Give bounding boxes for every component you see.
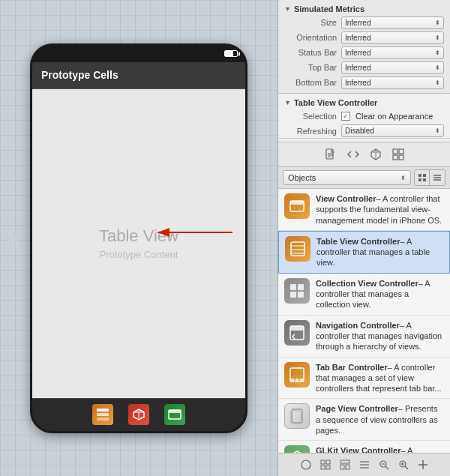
refreshing-row: Refreshing Disabled ⬍ xyxy=(278,124,450,139)
top-bar-select[interactable]: Inferred ⬍ xyxy=(341,61,444,74)
svg-rect-36 xyxy=(290,292,296,298)
prototype-content-label: Prototype Content xyxy=(100,249,178,260)
glkit-view-controller-icon: GL xyxy=(284,445,310,453)
svg-line-66 xyxy=(405,466,408,469)
status-bar-row: Status Bar Inferred ⬍ xyxy=(278,45,450,60)
refreshing-select-arrow: ⬍ xyxy=(435,127,440,134)
top-bar-select-arrow: ⬍ xyxy=(435,64,440,71)
glkit-view-controller-info: GLKit View Controller– A controller that… xyxy=(316,445,444,453)
list-view-btn[interactable] xyxy=(415,170,430,185)
code-icon-btn[interactable] xyxy=(344,145,362,163)
canvas-panel: Prototype Cells Table View Prototype Con… xyxy=(0,0,278,476)
bottom-toolbar xyxy=(278,453,450,476)
svg-rect-18 xyxy=(399,149,404,154)
simulated-metrics-header: ▼ Simulated Metrics xyxy=(278,3,450,15)
circle-btn[interactable] xyxy=(298,457,314,473)
zoom-out-btn[interactable] xyxy=(376,457,392,473)
view-controller-info: View Controller– A controller that suppo… xyxy=(316,193,444,226)
list-item[interactable]: View Controller– A controller that suppo… xyxy=(278,189,450,231)
zoom-in-btn[interactable] xyxy=(395,457,412,473)
phone-title: Prototype Cells xyxy=(41,69,118,81)
svg-line-63 xyxy=(386,466,388,469)
size-row: Size Inferred ⬍ xyxy=(278,15,450,30)
svg-rect-39 xyxy=(290,326,304,331)
size-select-arrow: ⬍ xyxy=(435,19,440,26)
tvc-title: Table View Controller xyxy=(294,98,377,107)
svg-rect-7 xyxy=(169,410,181,413)
svg-rect-41 xyxy=(290,379,304,382)
view-toggle-group xyxy=(414,169,446,186)
list-item[interactable]: Collection View Controller– A controller… xyxy=(278,274,450,316)
selection-value: Clear on Appearance xyxy=(356,112,433,121)
battery-icon xyxy=(224,50,238,57)
toolbar-nav-icon[interactable] xyxy=(164,404,185,425)
grid-icon-btn[interactable] xyxy=(389,145,407,163)
list-item[interactable]: Navigation Controller– A controller that… xyxy=(278,316,450,358)
list-item[interactable]: Page View Controller– Presents a sequenc… xyxy=(278,399,450,441)
svg-rect-34 xyxy=(290,284,296,290)
objects-bar: Objects ⬍ xyxy=(278,167,450,189)
selection-row: Selection ✓ Clear on Appearance xyxy=(278,109,450,124)
view-controller-icon xyxy=(284,193,310,219)
bottom-bar-select[interactable]: Inferred ⬍ xyxy=(341,76,444,89)
add-btn[interactable] xyxy=(415,457,431,473)
svg-rect-21 xyxy=(418,174,422,177)
table-view-controller-section: ▼ Table View Controller Selection ✓ Clea… xyxy=(278,94,450,142)
svg-rect-22 xyxy=(418,178,422,181)
phone-title-bar: Prototype Cells xyxy=(32,62,245,89)
page-view-controller-info: Page View Controller– Presents a sequenc… xyxy=(316,403,444,436)
layout-btn[interactable] xyxy=(337,457,353,473)
toolbar-cube-icon[interactable] xyxy=(128,404,149,425)
navigation-controller-title: Navigation Controller– A controller that… xyxy=(316,321,442,352)
file-icon-btn[interactable] xyxy=(322,145,340,163)
svg-rect-57 xyxy=(340,465,344,469)
status-bar-label: Status Bar xyxy=(284,48,337,57)
svg-rect-24 xyxy=(423,178,426,181)
svg-rect-56 xyxy=(340,460,350,463)
simulated-metrics-title: Simulated Metrics xyxy=(294,4,364,13)
collection-view-controller-title: Collection View Controller– A controller… xyxy=(316,279,430,310)
collapse-icon[interactable]: ▼ xyxy=(284,5,291,13)
svg-rect-1 xyxy=(97,413,109,416)
toolbar-table-icon[interactable] xyxy=(92,404,113,425)
tvc-collapse-icon[interactable]: ▼ xyxy=(284,99,291,106)
tab-bar-controller-info: Tab Bar Controller– A controller that ma… xyxy=(316,362,444,394)
inspector-icon-toolbar xyxy=(278,142,450,167)
navigation-controller-info: Navigation Controller– A controller that… xyxy=(316,320,444,352)
list-item[interactable]: Tab Bar Controller– A controller that ma… xyxy=(278,358,450,400)
svg-rect-54 xyxy=(321,466,325,469)
bottom-bar-label: Bottom Bar xyxy=(284,78,337,87)
table-view-controller-title: Table View Controller– A controller that… xyxy=(316,237,430,268)
glkit-view-controller-title: GLKit View Controller– A controller that… xyxy=(316,446,432,453)
list-item[interactable]: GL GLKit View Controller– A controller t… xyxy=(278,441,450,453)
svg-rect-37 xyxy=(298,292,304,298)
list-btn[interactable] xyxy=(356,457,373,473)
page-view-controller-icon xyxy=(284,403,310,429)
refreshing-select[interactable]: Disabled ⬍ xyxy=(341,124,444,137)
svg-rect-58 xyxy=(346,465,350,469)
svg-rect-20 xyxy=(399,155,404,160)
orientation-select[interactable]: Inferred ⬍ xyxy=(341,31,444,44)
status-bar-select[interactable]: Inferred ⬍ xyxy=(341,46,444,59)
size-select[interactable]: Inferred ⬍ xyxy=(341,16,444,29)
grid1-btn[interactable] xyxy=(317,457,334,473)
phone-content-area: Table View Prototype Content xyxy=(32,89,245,398)
orientation-row: Orientation Inferred ⬍ xyxy=(278,30,450,45)
list-item[interactable]: Table View Controller– A controller that… xyxy=(278,231,450,274)
bottom-bar-row: Bottom Bar Inferred ⬍ xyxy=(278,75,450,90)
bottom-bar-select-arrow: ⬍ xyxy=(435,79,440,86)
table-view-controller-icon xyxy=(285,236,310,262)
grid-view-btn[interactable] xyxy=(430,170,445,185)
top-bar-label: Top Bar xyxy=(284,63,337,72)
top-bar-row: Top Bar Inferred ⬍ xyxy=(278,60,450,75)
selection-checkbox[interactable]: ✓ xyxy=(341,112,350,121)
selection-label: Selection xyxy=(284,112,337,121)
objects-dropdown[interactable]: Objects ⬍ xyxy=(283,170,411,185)
phone-simulator: Prototype Cells Table View Prototype Con… xyxy=(30,43,248,433)
cube-icon-btn[interactable] xyxy=(367,145,385,163)
phone-toolbar xyxy=(32,398,245,431)
navigation-controller-icon xyxy=(284,320,310,346)
svg-rect-52 xyxy=(321,460,325,464)
svg-rect-35 xyxy=(298,284,304,290)
orientation-select-arrow: ⬍ xyxy=(435,34,440,41)
